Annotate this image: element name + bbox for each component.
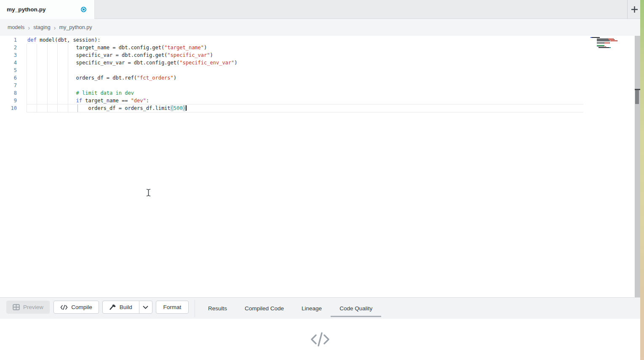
line-number: 4 — [0, 59, 17, 67]
code-text: target_name = dbt.config.get("target_nam… — [27, 44, 207, 51]
code-text: specific_env_var = dbt.config.get("speci… — [27, 59, 238, 67]
line-number: 3 — [0, 51, 17, 59]
line-number: 8 — [0, 89, 17, 97]
compile-button-label: Compile — [71, 304, 92, 310]
result-tab-compiled-code[interactable]: Compiled Code — [236, 298, 293, 319]
compile-button[interactable]: Compile — [53, 301, 99, 314]
minimap-line — [591, 47, 617, 48]
breadcrumb-chevron-icon: › — [54, 24, 56, 31]
code-placeholder-icon — [310, 331, 330, 348]
code-text: if target_name == "dev": — [27, 97, 149, 104]
desktop-edge-strip — [640, 0, 644, 360]
line-number: 5 — [0, 67, 17, 74]
breadcrumb-bar: models›staging›my_python.py Save — [0, 19, 644, 36]
breadcrumb-item[interactable]: my_python.py — [59, 24, 92, 30]
line-number: 9 — [0, 97, 17, 104]
hammer-icon — [110, 304, 116, 310]
line-number: 7 — [0, 82, 17, 89]
minimap-line — [591, 45, 617, 46]
code-line[interactable]: 9 if target_name == "dev": — [0, 97, 635, 104]
result-tab-code-quality[interactable]: Code Quality — [331, 298, 381, 319]
format-button-label: Format — [163, 304, 182, 310]
minimap-line — [591, 37, 617, 38]
code-line[interactable]: 6 orders_df = dbt.ref("fct_orders") — [0, 74, 635, 82]
code-line[interactable]: 7 — [0, 82, 635, 89]
code-text: def model(dbt, session): — [27, 36, 100, 44]
minimap[interactable] — [591, 37, 617, 48]
code-line[interactable]: 1def model(dbt, session): — [0, 36, 635, 44]
code-lines: 1def model(dbt, session):2 target_name =… — [0, 36, 635, 112]
line-number: 10 — [0, 104, 17, 112]
plus-icon — [631, 5, 639, 13]
scrollbar-thumb[interactable] — [635, 90, 639, 104]
code-editor[interactable]: 1def model(dbt, session):2 target_name =… — [0, 36, 635, 297]
action-toolbar: Preview Compile Build Format ResultsComp… — [0, 297, 640, 319]
minimap-line — [591, 38, 617, 39]
code-text: orders_df = dbt.ref("fct_orders") — [27, 74, 176, 82]
code-line[interactable]: 8 # limit data in dev — [0, 89, 635, 97]
line-number: 1 — [0, 36, 17, 44]
code-text: # limit data in dev — [27, 89, 134, 97]
result-tabs: ResultsCompiled CodeLineageCode Quality — [199, 298, 381, 319]
format-button[interactable]: Format — [156, 301, 189, 314]
tabbar-separator — [627, 0, 628, 19]
code-line[interactable]: 4 specific_env_var = dbt.config.get("spe… — [0, 59, 635, 67]
build-options-dropdown[interactable] — [139, 301, 152, 313]
minimap-line — [591, 43, 617, 43]
build-button-label: Build — [120, 304, 132, 310]
editor-tab-bar: my_python.py — [0, 0, 644, 19]
unsaved-changes-dot-icon — [81, 7, 86, 12]
table-grid-icon — [13, 304, 20, 310]
preview-button[interactable]: Preview — [6, 301, 50, 314]
minimap-line — [591, 40, 617, 41]
minimap-line — [591, 39, 617, 40]
breadcrumb-chevron-icon: › — [28, 24, 30, 31]
chevron-down-icon — [143, 306, 148, 309]
toolbar-divider — [195, 300, 195, 317]
result-tab-results[interactable]: Results — [199, 298, 236, 319]
code-line[interactable]: 2 target_name = dbt.config.get("target_n… — [0, 44, 635, 51]
code-line[interactable]: 3 specific_var = dbt.config.get("specifi… — [0, 51, 635, 59]
build-button[interactable]: Build — [103, 301, 139, 313]
minimap-line — [591, 44, 617, 45]
preview-button-label: Preview — [23, 304, 43, 310]
code-line[interactable]: 5 — [0, 67, 635, 74]
editor-scrollbar[interactable] — [635, 36, 641, 297]
minimap-line — [591, 46, 617, 47]
results-empty-pane — [0, 319, 640, 360]
result-tab-lineage[interactable]: Lineage — [293, 298, 331, 319]
line-number: 2 — [0, 44, 17, 51]
breadcrumb-item[interactable]: staging — [33, 24, 50, 30]
tab-label: my_python.py — [7, 6, 46, 13]
code-line[interactable]: 10 orders_df = orders_df.limit(500) — [0, 104, 635, 112]
mouse-ibeam-cursor — [146, 189, 151, 198]
text-caret — [186, 105, 187, 111]
code-text: specific_var = dbt.config.get("specific_… — [27, 51, 213, 59]
code-text: orders_df = orders_df.limit(500) — [27, 104, 187, 112]
build-split-button: Build — [102, 301, 152, 314]
line-number: 6 — [0, 74, 17, 82]
minimap-line — [591, 42, 617, 43]
breadcrumb-item[interactable]: models — [8, 24, 24, 30]
breadcrumb: models›staging›my_python.py — [8, 19, 92, 36]
new-tab-button[interactable] — [629, 4, 640, 15]
code-brackets-icon — [60, 305, 68, 310]
